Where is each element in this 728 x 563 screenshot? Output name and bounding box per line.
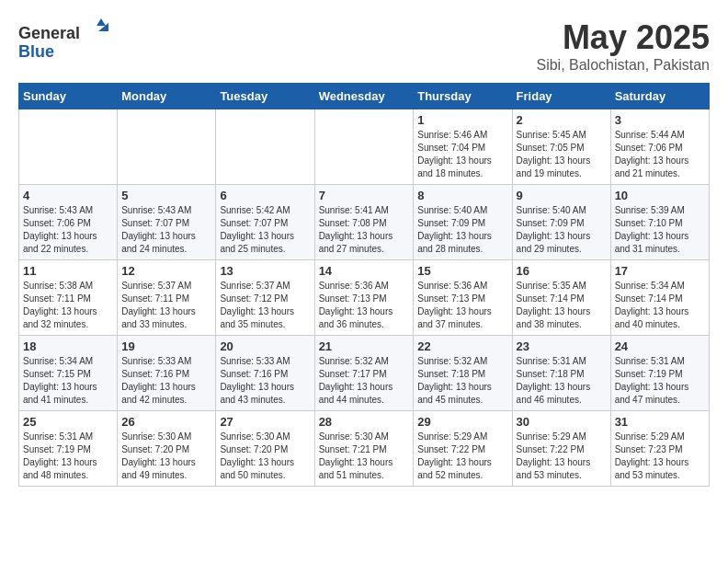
calendar-cell: 15Sunrise: 5:36 AM Sunset: 7:13 PM Dayli… xyxy=(414,260,512,336)
calendar-cell: 2Sunrise: 5:45 AM Sunset: 7:05 PM Daylig… xyxy=(512,109,610,185)
calendar-cell xyxy=(314,109,414,185)
day-info: Sunrise: 5:31 AM Sunset: 7:18 PM Dayligh… xyxy=(517,355,607,407)
day-number: 21 xyxy=(319,339,410,353)
weekday-header-tuesday: Tuesday xyxy=(216,84,314,109)
day-info: Sunrise: 5:31 AM Sunset: 7:19 PM Dayligh… xyxy=(23,431,113,482)
day-number: 6 xyxy=(220,189,310,202)
day-number: 10 xyxy=(615,189,705,202)
week-row-2: 4Sunrise: 5:43 AM Sunset: 7:06 PM Daylig… xyxy=(19,185,710,260)
day-number: 8 xyxy=(417,189,507,202)
day-info: Sunrise: 5:33 AM Sunset: 7:16 PM Dayligh… xyxy=(121,355,211,407)
day-info: Sunrise: 5:34 AM Sunset: 7:15 PM Dayligh… xyxy=(23,355,113,407)
calendar-cell: 30Sunrise: 5:29 AM Sunset: 7:22 PM Dayli… xyxy=(512,411,610,487)
day-info: Sunrise: 5:46 AM Sunset: 7:04 PM Dayligh… xyxy=(417,129,507,180)
calendar-cell: 4Sunrise: 5:43 AM Sunset: 7:06 PM Daylig… xyxy=(19,185,118,260)
calendar-cell: 20Sunrise: 5:33 AM Sunset: 7:16 PM Dayli… xyxy=(216,336,314,411)
week-row-3: 11Sunrise: 5:38 AM Sunset: 7:11 PM Dayli… xyxy=(19,260,710,336)
location-subtitle: Sibi, Balochistan, Pakistan xyxy=(536,57,710,74)
day-number: 30 xyxy=(517,415,607,429)
day-number: 7 xyxy=(319,189,410,202)
day-number: 31 xyxy=(615,415,705,429)
calendar-cell: 8Sunrise: 5:40 AM Sunset: 7:09 PM Daylig… xyxy=(414,185,512,260)
day-number: 29 xyxy=(417,415,507,429)
calendar-cell: 25Sunrise: 5:31 AM Sunset: 7:19 PM Dayli… xyxy=(19,411,118,487)
calendar-cell: 19Sunrise: 5:33 AM Sunset: 7:16 PM Dayli… xyxy=(118,336,216,411)
calendar-cell: 12Sunrise: 5:37 AM Sunset: 7:11 PM Dayli… xyxy=(118,260,216,336)
weekday-header-monday: Monday xyxy=(118,84,216,109)
calendar-cell xyxy=(216,109,314,185)
day-number: 19 xyxy=(121,339,211,353)
week-row-5: 25Sunrise: 5:31 AM Sunset: 7:19 PM Dayli… xyxy=(19,411,710,487)
calendar-cell: 5Sunrise: 5:43 AM Sunset: 7:07 PM Daylig… xyxy=(118,185,216,260)
day-info: Sunrise: 5:30 AM Sunset: 7:20 PM Dayligh… xyxy=(220,431,310,482)
calendar-cell xyxy=(118,109,216,185)
day-number: 5 xyxy=(121,189,211,202)
week-row-1: 1Sunrise: 5:46 AM Sunset: 7:04 PM Daylig… xyxy=(19,109,710,185)
weekday-header-friday: Friday xyxy=(512,84,610,109)
weekday-header-saturday: Saturday xyxy=(610,84,709,109)
day-info: Sunrise: 5:40 AM Sunset: 7:09 PM Dayligh… xyxy=(517,204,607,256)
day-number: 20 xyxy=(220,339,310,353)
logo-text: General Blue xyxy=(18,18,129,68)
day-number: 26 xyxy=(121,415,211,429)
svg-marker-2 xyxy=(97,18,106,26)
day-number: 1 xyxy=(417,113,507,127)
calendar-cell: 7Sunrise: 5:41 AM Sunset: 7:08 PM Daylig… xyxy=(314,185,414,260)
weekday-header-sunday: Sunday xyxy=(19,84,118,109)
day-info: Sunrise: 5:36 AM Sunset: 7:13 PM Dayligh… xyxy=(417,280,507,331)
day-info: Sunrise: 5:29 AM Sunset: 7:23 PM Dayligh… xyxy=(615,431,705,482)
day-number: 25 xyxy=(23,415,113,429)
day-number: 24 xyxy=(615,339,705,353)
calendar-cell: 13Sunrise: 5:37 AM Sunset: 7:12 PM Dayli… xyxy=(216,260,314,336)
day-number: 27 xyxy=(220,415,310,429)
calendar-cell: 23Sunrise: 5:31 AM Sunset: 7:18 PM Dayli… xyxy=(512,336,610,411)
weekday-header-thursday: Thursday xyxy=(414,84,512,109)
calendar-cell: 3Sunrise: 5:44 AM Sunset: 7:06 PM Daylig… xyxy=(610,109,709,185)
calendar-cell: 1Sunrise: 5:46 AM Sunset: 7:04 PM Daylig… xyxy=(414,109,512,185)
calendar-cell: 27Sunrise: 5:30 AM Sunset: 7:20 PM Dayli… xyxy=(216,411,314,487)
month-title: May 2025 xyxy=(536,18,710,57)
calendar-cell: 29Sunrise: 5:29 AM Sunset: 7:22 PM Dayli… xyxy=(414,411,512,487)
day-info: Sunrise: 5:33 AM Sunset: 7:16 PM Dayligh… xyxy=(220,355,310,407)
day-info: Sunrise: 5:42 AM Sunset: 7:07 PM Dayligh… xyxy=(220,204,310,256)
day-number: 18 xyxy=(23,339,113,353)
day-number: 14 xyxy=(319,264,410,278)
day-info: Sunrise: 5:29 AM Sunset: 7:22 PM Dayligh… xyxy=(517,431,607,482)
calendar-cell: 18Sunrise: 5:34 AM Sunset: 7:15 PM Dayli… xyxy=(19,336,118,411)
calendar-cell: 31Sunrise: 5:29 AM Sunset: 7:23 PM Dayli… xyxy=(610,411,709,487)
calendar-cell: 6Sunrise: 5:42 AM Sunset: 7:07 PM Daylig… xyxy=(216,185,314,260)
calendar-cell: 11Sunrise: 5:38 AM Sunset: 7:11 PM Dayli… xyxy=(19,260,118,336)
day-number: 2 xyxy=(517,113,607,127)
day-info: Sunrise: 5:38 AM Sunset: 7:11 PM Dayligh… xyxy=(23,280,113,331)
day-number: 3 xyxy=(615,113,705,127)
weekday-header-row: SundayMondayTuesdayWednesdayThursdayFrid… xyxy=(19,84,710,109)
day-info: Sunrise: 5:36 AM Sunset: 7:13 PM Dayligh… xyxy=(319,280,410,331)
day-number: 15 xyxy=(417,264,507,278)
day-number: 11 xyxy=(23,264,113,278)
calendar-table: SundayMondayTuesdayWednesdayThursdayFrid… xyxy=(18,83,710,487)
svg-text:General: General xyxy=(18,24,80,42)
day-number: 9 xyxy=(517,189,607,202)
day-info: Sunrise: 5:43 AM Sunset: 7:07 PM Dayligh… xyxy=(121,204,211,256)
day-info: Sunrise: 5:30 AM Sunset: 7:20 PM Dayligh… xyxy=(121,431,211,482)
day-number: 12 xyxy=(121,264,211,278)
day-info: Sunrise: 5:32 AM Sunset: 7:17 PM Dayligh… xyxy=(319,355,410,407)
calendar-cell: 28Sunrise: 5:30 AM Sunset: 7:21 PM Dayli… xyxy=(314,411,414,487)
calendar-cell: 26Sunrise: 5:30 AM Sunset: 7:20 PM Dayli… xyxy=(118,411,216,487)
day-info: Sunrise: 5:43 AM Sunset: 7:06 PM Dayligh… xyxy=(23,204,113,256)
day-info: Sunrise: 5:30 AM Sunset: 7:21 PM Dayligh… xyxy=(319,431,410,482)
day-info: Sunrise: 5:29 AM Sunset: 7:22 PM Dayligh… xyxy=(417,431,507,482)
day-number: 22 xyxy=(417,339,507,353)
day-info: Sunrise: 5:34 AM Sunset: 7:14 PM Dayligh… xyxy=(615,280,705,331)
day-info: Sunrise: 5:41 AM Sunset: 7:08 PM Dayligh… xyxy=(319,204,410,256)
calendar-cell: 22Sunrise: 5:32 AM Sunset: 7:18 PM Dayli… xyxy=(414,336,512,411)
day-number: 17 xyxy=(615,264,705,278)
calendar-cell: 16Sunrise: 5:35 AM Sunset: 7:14 PM Dayli… xyxy=(512,260,610,336)
day-number: 23 xyxy=(517,339,607,353)
svg-text:Blue: Blue xyxy=(18,42,54,61)
day-number: 13 xyxy=(220,264,310,278)
day-info: Sunrise: 5:45 AM Sunset: 7:05 PM Dayligh… xyxy=(517,129,607,180)
day-info: Sunrise: 5:37 AM Sunset: 7:12 PM Dayligh… xyxy=(220,280,310,331)
day-info: Sunrise: 5:44 AM Sunset: 7:06 PM Dayligh… xyxy=(615,129,705,180)
day-info: Sunrise: 5:40 AM Sunset: 7:09 PM Dayligh… xyxy=(417,204,507,256)
